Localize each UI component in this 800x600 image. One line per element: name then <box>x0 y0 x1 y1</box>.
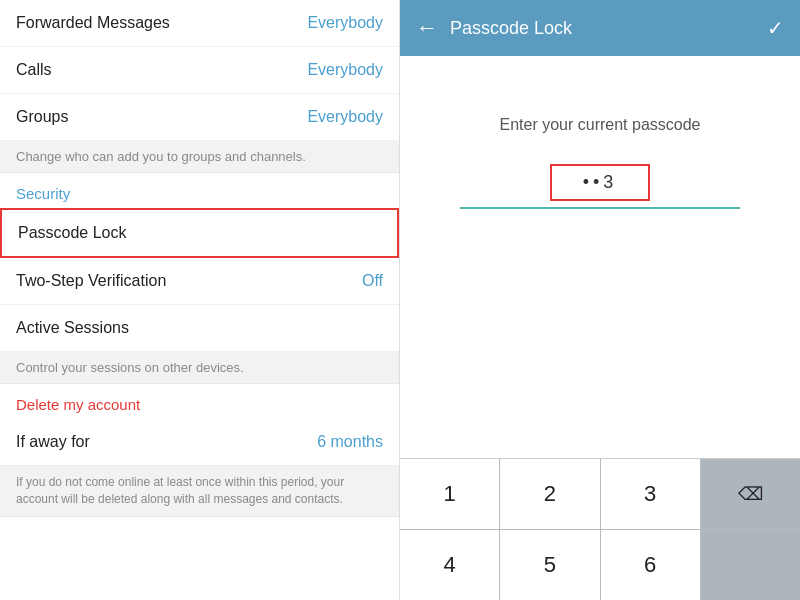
keyboard-row-2: 4 5 6 <box>400 530 800 600</box>
delete-account-link[interactable]: Delete my account <box>0 384 399 419</box>
settings-left-panel: Forwarded Messages Everybody Calls Every… <box>0 0 400 600</box>
groups-item[interactable]: Groups Everybody <box>0 94 399 141</box>
passcode-underline <box>460 207 740 209</box>
key-r2-extra <box>701 530 800 600</box>
check-button[interactable]: ✓ <box>767 16 784 40</box>
calls-item[interactable]: Calls Everybody <box>0 47 399 94</box>
sessions-note: Control your sessions on other devices. <box>0 352 399 384</box>
calls-label: Calls <box>16 61 52 79</box>
passcode-input-wrapper: ••3 <box>460 164 740 209</box>
two-step-value: Off <box>362 272 383 290</box>
groups-note: Change who can add you to groups and cha… <box>0 141 399 173</box>
key-2[interactable]: 2 <box>500 459 600 529</box>
forwarded-messages-label: Forwarded Messages <box>16 14 170 32</box>
key-6[interactable]: 6 <box>601 530 701 600</box>
calls-value: Everybody <box>307 61 383 79</box>
passcode-lock-label: Passcode Lock <box>18 224 127 242</box>
two-step-label: Two-Step Verification <box>16 272 166 290</box>
passcode-lock-item[interactable]: Passcode Lock <box>0 208 399 258</box>
if-away-label: If away for <box>16 433 90 451</box>
if-away-value: 6 months <box>317 433 383 451</box>
two-step-item[interactable]: Two-Step Verification Off <box>0 258 399 305</box>
passcode-input-display[interactable]: ••3 <box>550 164 650 201</box>
back-button[interactable]: ← <box>416 15 438 41</box>
key-4[interactable]: 4 <box>400 530 500 600</box>
groups-value: Everybody <box>307 108 383 126</box>
passcode-content-area: Enter your current passcode ••3 <box>400 56 800 458</box>
key-1[interactable]: 1 <box>400 459 500 529</box>
passcode-right-panel: ← Passcode Lock ✓ Enter your current pas… <box>400 0 800 600</box>
key-backspace[interactable]: ⌫ <box>701 459 800 529</box>
key-5[interactable]: 5 <box>500 530 600 600</box>
forwarded-messages-value: Everybody <box>307 14 383 32</box>
groups-label: Groups <box>16 108 68 126</box>
numpad-keyboard: 1 2 3 ⌫ 4 5 6 <box>400 458 800 600</box>
security-header: Security <box>0 173 399 208</box>
if-away-item[interactable]: If away for 6 months <box>0 419 399 466</box>
passcode-lock-title: Passcode Lock <box>450 18 767 39</box>
keyboard-row-1: 1 2 3 ⌫ <box>400 459 800 530</box>
delete-note: If you do not come online at least once … <box>0 466 399 517</box>
active-sessions-item[interactable]: Active Sessions <box>0 305 399 352</box>
passcode-prompt: Enter your current passcode <box>500 116 701 134</box>
right-header: ← Passcode Lock ✓ <box>400 0 800 56</box>
active-sessions-label: Active Sessions <box>16 319 129 337</box>
key-3[interactable]: 3 <box>601 459 701 529</box>
forwarded-messages-item[interactable]: Forwarded Messages Everybody <box>0 0 399 47</box>
